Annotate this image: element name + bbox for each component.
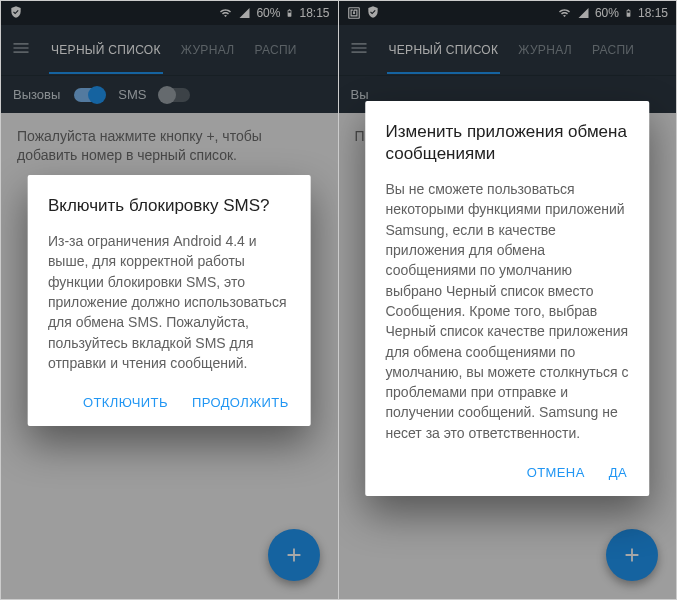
yes-button[interactable]: ДА bbox=[609, 465, 627, 480]
cancel-button[interactable]: ОТМЕНА bbox=[527, 465, 585, 480]
dialog-title: Изменить приложения обмена сообщениями bbox=[386, 121, 630, 165]
dialog-body: Вы не сможете пользоваться некоторыми фу… bbox=[386, 179, 630, 443]
disable-button[interactable]: ОТКЛЮЧИТЬ bbox=[83, 395, 168, 410]
container: 60% 18:15 ЧЕРНЫЙ СПИСОК ЖУРНАЛ РАСПИ Выз… bbox=[0, 0, 677, 600]
continue-button[interactable]: ПРОДОЛЖИТЬ bbox=[192, 395, 289, 410]
dialog-title: Включить блокировку SMS? bbox=[48, 195, 291, 217]
screen-right: 60% 18:15 ЧЕРНЫЙ СПИСОК ЖУРНАЛ РАСПИ Вы … bbox=[339, 1, 677, 599]
screen-left: 60% 18:15 ЧЕРНЫЙ СПИСОК ЖУРНАЛ РАСПИ Выз… bbox=[1, 1, 339, 599]
dialog-enable-sms-block: Включить блокировку SMS? Из-за ограничен… bbox=[28, 175, 311, 426]
dialog-change-messaging-app: Изменить приложения обмена сообщениями В… bbox=[366, 101, 650, 496]
dialog-body: Из-за ограничения Android 4.4 и выше, дл… bbox=[48, 231, 291, 373]
